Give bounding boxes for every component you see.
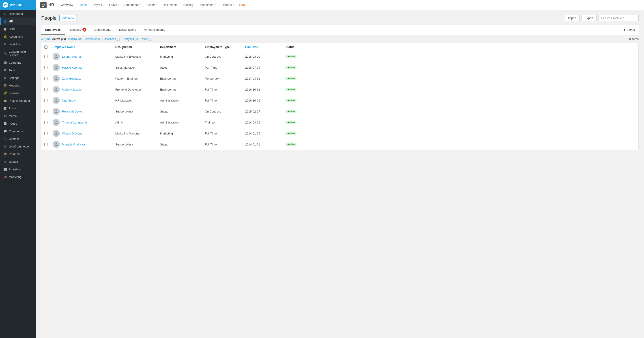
sidebar-item-company[interactable]: 🏢Company — [0, 59, 36, 66]
sidebar-item-wemail[interactable]: ✉weMail — [0, 158, 36, 165]
topnav-link-assets[interactable]: Assets▾ — [144, 0, 160, 10]
topnav-link-recruitment[interactable]: Recruitment▾ — [196, 0, 218, 10]
row-checkbox-5[interactable] — [44, 99, 48, 102]
tab-designations[interactable]: Designations — [115, 25, 140, 35]
tab-announcements[interactable]: Announcements — [140, 25, 169, 35]
row-checkbox-cell-5[interactable] — [42, 99, 50, 102]
filters-button[interactable]: ▼ Filters — [620, 27, 638, 33]
row-checkbox-7[interactable] — [44, 121, 48, 124]
sidebar-item-hr[interactable]: 👤HR — [0, 18, 36, 25]
sidebar-item-pages[interactable]: 📄Pages — [0, 120, 36, 127]
row-checkbox-9[interactable] — [44, 143, 48, 146]
status-filter-label-trash: Trash — [140, 38, 147, 41]
filter-icon: ▼ — [623, 28, 626, 32]
table-header: Employee NameDesignationDepartmentEmploy… — [42, 43, 638, 51]
row-checkbox-cell-1[interactable] — [42, 55, 50, 58]
th-hire_date[interactable]: Hire Date — [243, 45, 283, 49]
th-employment_type: Employment Type — [203, 45, 243, 49]
topnav-link-people[interactable]: People — [76, 0, 90, 10]
topnav-link-payroll[interactable]: Payroll▾ — [91, 0, 106, 10]
status-filter-count-active: (20) — [61, 38, 66, 41]
table-row: Mellie Nitzsche Frontend Developer Engin… — [42, 84, 638, 95]
sidebar-label-woocommerce: WooCommerce — [9, 145, 29, 148]
row-checkbox-cell-8[interactable] — [42, 132, 50, 135]
row-checkbox-cell-6[interactable] — [42, 110, 50, 113]
sidebar-item-media[interactable]: 🖼Media — [0, 112, 36, 120]
avatar-5 — [52, 97, 60, 104]
row-checkbox-cell-4[interactable] — [42, 88, 50, 91]
sidebar-item-analytics[interactable]: 📊Analytics — [0, 165, 36, 173]
employee-link-6[interactable]: Rebekah Doyle — [62, 110, 82, 113]
th-name[interactable]: Employee Name — [50, 45, 113, 49]
sidebar-item-accounting[interactable]: 💰Accounting — [0, 33, 36, 40]
export-button[interactable]: Export — [581, 15, 596, 21]
topnav-link-overview[interactable]: Overview — [59, 0, 75, 10]
sidebar-item-project-manager[interactable]: 📁Project Manager — [0, 97, 36, 104]
sidebar-item-tools[interactable]: 🛠Tools — [0, 66, 36, 74]
employee-link-4[interactable]: Mellie Nitzsche — [62, 88, 82, 91]
row-hire-date-6: 2015-02-27 — [243, 110, 283, 113]
sidebar-label-marketing: Marketing — [9, 175, 22, 179]
select-all-cell[interactable] — [44, 46, 48, 49]
status-filter-inactive[interactable]: Inactive (0) — [68, 38, 82, 41]
sidebar-item-dashboard[interactable]: ⊞Dashboard — [0, 10, 36, 18]
row-checkbox-cell-2[interactable] — [42, 66, 50, 69]
select-all-checkbox[interactable] — [44, 46, 48, 49]
status-sep-3: | — [82, 38, 83, 41]
tab-employees[interactable]: Employees — [41, 25, 65, 35]
row-checkbox-8[interactable] — [44, 132, 48, 135]
add-new-button[interactable]: Add New — [59, 15, 77, 21]
topnav-link-reports[interactable]: Reports▾ — [220, 0, 236, 10]
row-checkbox-cell-3[interactable] — [42, 77, 50, 80]
sidebar-header[interactable]: W WP ERP — [0, 0, 36, 10]
status-filter-deceased[interactable]: Deceased (0) — [104, 38, 120, 41]
employee-link-7[interactable]: Thomas Langworth — [62, 121, 87, 124]
sidebar-item-contact[interactable]: 📞Contact — [0, 135, 36, 143]
topnav-link-documents[interactable]: Documents — [160, 0, 180, 10]
employee-link-5[interactable]: Una Streich — [62, 99, 77, 102]
employee-link-1[interactable]: Liliane Volkman — [62, 55, 82, 58]
sidebar-item-products[interactable]: 📦Products — [0, 150, 36, 158]
sidebar-label-products: Products — [9, 152, 20, 156]
sidebar-icon-posts: 📝 — [3, 107, 7, 110]
employee-link-9[interactable]: Marquis Ondricka — [62, 143, 85, 146]
svg-point-1 — [44, 4, 45, 5]
row-checkbox-1[interactable] — [44, 55, 48, 58]
employee-link-2[interactable]: Hassie Kuhlman — [62, 66, 83, 69]
status-filter-resigned[interactable]: Resigned (0) — [122, 38, 138, 41]
sidebar-item-modules[interactable]: 📦Modules — [0, 82, 36, 89]
status-filter-all[interactable]: All (20) — [41, 38, 50, 41]
tab-departments[interactable]: Departments — [90, 25, 115, 35]
topnav-link-training[interactable]: Training — [180, 0, 195, 10]
row-checkbox-cell-9[interactable] — [42, 143, 50, 146]
tab-badge-requests: 2 — [82, 28, 86, 32]
sidebar-item-settings[interactable]: ⚙Settings — [0, 74, 36, 82]
employee-link-3[interactable]: Zoey Bechtelar — [62, 77, 82, 80]
status-filter-terminated[interactable]: Terminated (0) — [84, 38, 102, 41]
sidebar-icon-settings: ⚙ — [3, 76, 7, 80]
sidebar-item-crm[interactable]: 📋CRM — [0, 25, 36, 33]
sidebar-icon-contact: 📞 — [3, 137, 7, 141]
employee-link-8[interactable]: Wendy Dickens — [62, 132, 82, 135]
topnav-link-help[interactable]: Help — [237, 0, 248, 10]
row-checkbox-4[interactable] — [44, 88, 48, 91]
status-filter-active[interactable]: Active (20) — [52, 38, 66, 41]
sidebar-item-marketing[interactable]: 📣Marketing — [0, 173, 36, 181]
sidebar-item-workflow[interactable]: ⚙Workflow — [0, 40, 36, 48]
row-checkbox-2[interactable] — [44, 66, 48, 69]
topnav-link-leave[interactable]: Leave▾ — [107, 0, 121, 10]
row-checkbox-3[interactable] — [44, 77, 48, 80]
sidebar-item-license[interactable]: 🔑License — [0, 89, 36, 97]
tab-requests[interactable]: Requests2 — [65, 25, 90, 35]
status-filter-trash[interactable]: Trash (0) — [140, 38, 151, 41]
sidebar-item-posts[interactable]: 📝Posts — [0, 104, 36, 112]
row-checkbox-cell-7[interactable] — [42, 121, 50, 124]
search-input[interactable] — [598, 15, 639, 21]
sidebar-item-woocommerce[interactable]: 🛒WooCommerce — [0, 143, 36, 150]
row-checkbox-6[interactable] — [44, 110, 48, 113]
sidebar-item-custom-field-builder[interactable]: 🔧Custom Field Builder — [0, 48, 36, 59]
row-name-cell-8: Wendy Dickens — [50, 130, 113, 137]
sidebar-item-comments[interactable]: 💬Comments — [0, 127, 36, 135]
import-button[interactable]: Import — [565, 15, 580, 21]
topnav-link-attendance[interactable]: Attendance▾ — [122, 0, 144, 10]
